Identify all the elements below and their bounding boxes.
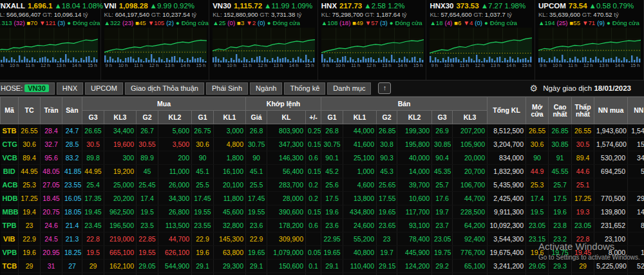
- cell-sell-g2: 25.65: [377, 178, 397, 192]
- col-total-volume[interactable]: Tổng KL: [488, 97, 526, 124]
- col-foreign-sell[interactable]: NN bán: [628, 97, 644, 124]
- cell-buy-g3: 19.5: [82, 246, 104, 260]
- table-row[interactable]: VIB22.924.521.322.8219,00022.8544,70022.…: [1, 232, 644, 246]
- cell-sell-g2: 23: [377, 232, 397, 246]
- col-match-volume[interactable]: KL: [267, 111, 306, 124]
- table-row[interactable]: MBB19.420.7518.0519.45962,50019.526,8001…: [1, 205, 644, 219]
- col-buy-g1[interactable]: G1: [192, 111, 214, 124]
- table-row[interactable]: VPB19.620.9518.2519.5665,10019.55626,100…: [1, 246, 644, 260]
- cell-foreign-sell: 522,000: [628, 260, 644, 273]
- cell-symbol[interactable]: HDB: [1, 192, 19, 205]
- tab-hnx[interactable]: HNX: [57, 82, 83, 95]
- table-row[interactable]: TPB2324.621.423.45196,50023.5113,50023.5…: [1, 219, 644, 232]
- cell-buy-kl2: 113,500: [158, 219, 192, 232]
- cell-open: 44.9: [526, 165, 549, 178]
- col-buy-g3[interactable]: G3: [82, 111, 104, 124]
- cell-match-volume: 56,400: [267, 165, 306, 178]
- col-match-price[interactable]: Giá: [246, 111, 267, 124]
- tab-danh-muc[interactable]: Danh mục: [327, 82, 371, 95]
- cell-symbol[interactable]: TCB: [1, 260, 19, 273]
- col-sell-kl1[interactable]: KL1: [343, 111, 377, 124]
- index-volume-line: KL: 57,654,600 GT: 1,037.7 tỷ: [430, 11, 533, 19]
- col-symbol[interactable]: Mã: [1, 97, 19, 124]
- cell-symbol[interactable]: CTG: [1, 138, 19, 151]
- decliners-count: ▼121: [39, 19, 56, 26]
- col-buy-kl2[interactable]: KL2: [158, 111, 192, 124]
- col-buy-kl1[interactable]: KL1: [214, 111, 246, 124]
- table-row[interactable]: HDB17.2518.4516.0517.3520,20017.434,3001…: [1, 192, 644, 205]
- market-status: Đóng cửa: [395, 19, 422, 26]
- tab-phai-sinh[interactable]: Phái Sinh: [206, 82, 248, 95]
- time-tick: 11 h: [460, 62, 469, 69]
- col-foreign-buy[interactable]: NN mua: [594, 97, 628, 124]
- cell-symbol[interactable]: VPB: [1, 246, 19, 260]
- tab-giao-dich-thoa-thuan[interactable]: Giao dịch Thỏa thuận: [125, 82, 204, 95]
- col-sell-g2[interactable]: G2: [377, 111, 397, 124]
- cell-symbol[interactable]: BVH: [1, 273, 19, 275]
- scroll-top-icon[interactable]: ↑: [378, 82, 391, 94]
- index-panel-vni[interactable]: VNI1,098.28▲9.99 0.92% KL: 604,197,540 G…: [101, 0, 210, 80]
- unchanged-count: ■3: [237, 19, 244, 26]
- cell-buy-g1: 25.5: [192, 178, 214, 192]
- cell-high: 30.85: [549, 138, 572, 151]
- cell-symbol[interactable]: ACB: [1, 178, 19, 192]
- col-sell-kl2[interactable]: KL2: [397, 111, 432, 124]
- cell-symbol[interactable]: MBB: [1, 205, 19, 219]
- table-row[interactable]: VCB89.495.683.289.830089.9200901,8009014…: [1, 151, 644, 165]
- cell-floor: 21.3: [62, 232, 82, 246]
- col-open[interactable]: Mở cửa: [526, 97, 549, 124]
- table-row[interactable]: TCB29312729162,10029.05544,90029.129,300…: [1, 260, 644, 273]
- cell-floor: 21.4: [62, 219, 82, 232]
- cell-symbol[interactable]: VCB: [1, 151, 19, 165]
- tab-nganh[interactable]: Ngành: [250, 82, 282, 95]
- table-row[interactable]: BVH48.65245.248.35,50048.358,20048.41,80…: [1, 273, 644, 275]
- col-low[interactable]: Thấp nhất: [572, 97, 594, 124]
- col-sell-kl3[interactable]: KL3: [453, 111, 488, 124]
- cell-buy-g3: 25.4: [82, 178, 104, 192]
- index-change: ▲0.58 0.79%: [589, 2, 634, 10]
- cell-high: 19.75: [549, 246, 572, 260]
- cell-total-volume: 3,544,300: [488, 232, 526, 246]
- index-panel-hnx[interactable]: HNX217.73▲2.58 1.2% KL: 75,298,700 GT: 1…: [318, 0, 427, 80]
- table-row[interactable]: BID44.9548.0541.8544.9519,2004511,00045.…: [1, 165, 644, 178]
- tab-hose-vn30[interactable]: HOSE:VN30: [0, 82, 55, 95]
- trading-date: Ngày giao dịch 18/01/2023: [543, 84, 641, 92]
- index-breadth-line: ▲18(4)■6▼4(0)●Đóng cửa: [430, 19, 533, 27]
- cell-low: 19.45: [572, 246, 594, 260]
- cell-symbol[interactable]: TPB: [1, 219, 19, 232]
- index-panel-vn30[interactable]: VN301,115.72▲11.99 1.09% KL: 152,880,900…: [209, 0, 318, 80]
- cell-match-change: [306, 232, 321, 246]
- cell-symbol[interactable]: VIB: [1, 232, 19, 246]
- table-row[interactable]: ACB25.327.0523.5525.425,00025.4526,00025…: [1, 178, 644, 192]
- tab-upcom[interactable]: UPCOM: [85, 82, 123, 95]
- cell-foreign-sell: 147,200: [628, 205, 644, 219]
- col-buy-kl3[interactable]: KL3: [104, 111, 137, 124]
- col-match-change[interactable]: +/-: [306, 111, 321, 124]
- col-sell-g1[interactable]: G1: [321, 111, 343, 124]
- settings-gear-icon[interactable]: ⚙: [530, 83, 538, 93]
- cell-open: 25.3: [526, 178, 549, 192]
- cell-sell-g2: 48.8: [377, 273, 397, 275]
- table-body: STB26.5528.424.726.6534,40026.75,60026.7…: [1, 124, 644, 275]
- cell-open: 19.6: [526, 246, 549, 260]
- col-ceiling[interactable]: Trần: [41, 97, 62, 124]
- cell-symbol[interactable]: BID: [1, 165, 19, 178]
- table-row[interactable]: STB26.5528.424.726.6534,40026.75,60026.7…: [1, 124, 644, 138]
- cell-match-volume: 146,300: [267, 151, 306, 165]
- cell-symbol[interactable]: STB: [1, 124, 19, 138]
- time-tick: 14 h: [72, 62, 82, 69]
- col-floor[interactable]: Sàn: [62, 97, 82, 124]
- index-panel-upcom[interactable]: UPCOM73.54▲0.58 0.79% KL: 35,639,600 GT:…: [535, 0, 644, 80]
- cell-sell-g3: 30.85: [432, 138, 453, 151]
- table-row[interactable]: CTG30.632.728.530.519,60030.553,50030.64…: [1, 138, 644, 151]
- cell-buy-kl1: 4,800: [214, 138, 246, 151]
- col-sell-g3[interactable]: G3: [432, 111, 453, 124]
- col-reference[interactable]: TC: [19, 97, 41, 124]
- tab-thong-ke[interactable]: Thống kê: [284, 82, 325, 95]
- col-buy-g2[interactable]: G2: [137, 111, 158, 124]
- col-high[interactable]: Cao nhất: [549, 97, 572, 124]
- cell-buy-g2: 26.7: [137, 124, 158, 138]
- index-panel-vnxall[interactable]: VNXALL1,696.1▲18.04 1.08% KL: 566,966,40…: [0, 0, 101, 80]
- index-panel-hnx30[interactable]: HNX30373.53▲7.27 1.98% KL: 57,654,600 GT…: [426, 0, 535, 80]
- cell-reference: 26.55: [19, 124, 41, 138]
